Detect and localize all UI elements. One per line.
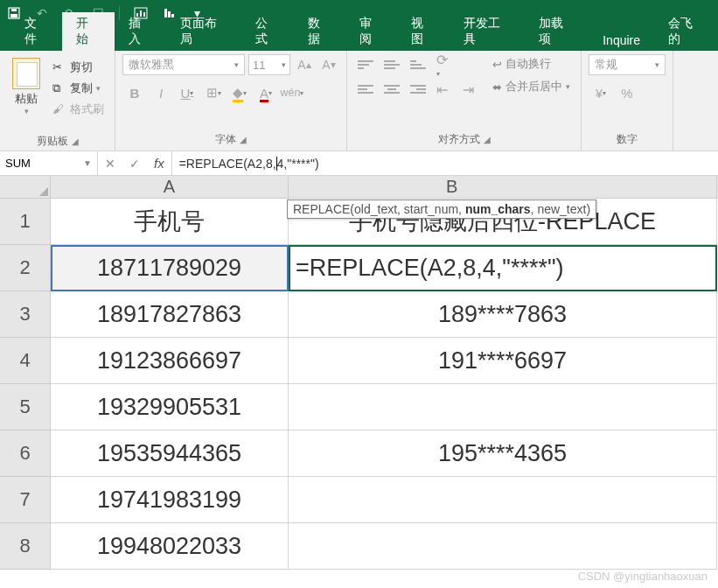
cell-b3[interactable]: 189****7863 <box>289 291 717 338</box>
function-tooltip: REPLACE(old_text, start_num, num_chars, … <box>287 200 596 219</box>
font-expand-icon[interactable]: ◢ <box>240 135 247 144</box>
italic-button[interactable]: I <box>149 80 173 105</box>
paste-dropdown-icon[interactable]: ▾ <box>24 107 29 116</box>
format-painter-label: 格式刷 <box>70 102 104 117</box>
fx-icon[interactable]: fx <box>154 156 164 171</box>
ribbon-tabs: 文件 开始 插入 页面布局 公式 数据 审阅 视图 开发工具 加载项 Inqui… <box>0 26 718 51</box>
merge-center-button[interactable]: ⬌合并后居中▾ <box>489 77 574 96</box>
align-center-button[interactable] <box>380 79 403 100</box>
brush-icon: 🖌 <box>52 102 66 116</box>
cell-a4[interactable]: 19123866697 <box>51 338 289 384</box>
ribbon-group-font: 微软雅黑▾ 11▾ A▴ A▾ B I U▾ ⊞▾ ◆▾ A▾ wén▾ 字体◢ <box>115 51 347 150</box>
formula-bar: SUM▼ ✕ ✓ fx =REPLACE(A2,8,4,"****") <box>0 151 718 176</box>
format-painter-button[interactable]: 🖌格式刷 <box>49 100 108 119</box>
font-shrink-button[interactable]: A▾ <box>318 54 339 75</box>
formula-input[interactable]: =REPLACE(A2,8,4,"****") <box>172 151 718 175</box>
tab-review[interactable]: 审阅 <box>345 12 397 51</box>
cell-a5[interactable]: 19329905531 <box>51 384 289 430</box>
wrap-icon: ↩ <box>492 58 502 71</box>
currency-button[interactable]: ¥▾ <box>589 80 613 105</box>
indent-increase-button[interactable]: ⇥ <box>459 79 482 100</box>
align-middle-button[interactable] <box>380 54 403 75</box>
cell-a1[interactable]: 手机号 <box>51 199 289 245</box>
percent-button[interactable]: % <box>615 80 639 105</box>
cell-a2[interactable]: 18711789029 <box>51 245 289 291</box>
scissors-icon: ✂ <box>52 60 66 74</box>
watermark: CSDN @yingtianhaoxuan <box>578 570 708 583</box>
row-header-8[interactable]: 8 <box>0 523 51 570</box>
tab-inquire[interactable]: Inquire <box>589 30 654 51</box>
font-name-select[interactable]: 微软雅黑▾ <box>122 54 245 75</box>
cell-b2[interactable]: =REPLACE(A2,8,4,"****") <box>289 245 717 291</box>
select-all-corner[interactable] <box>0 176 51 199</box>
number-group-label: 数字 <box>589 131 666 147</box>
copy-button[interactable]: ⧉复制▾ <box>49 79 108 98</box>
align-left-button[interactable] <box>354 79 377 100</box>
border-button[interactable]: ⊞▾ <box>201 80 226 105</box>
row-header-3[interactable]: 3 <box>0 291 51 338</box>
clipboard-group-label: 剪贴板◢ <box>7 133 108 149</box>
tab-developer[interactable]: 开发工具 <box>450 12 526 51</box>
spreadsheet-grid: A B REPLACE(old_text, start_num, num_cha… <box>0 176 718 570</box>
tab-formulas[interactable]: 公式 <box>241 12 293 51</box>
cell-b8[interactable] <box>289 523 717 570</box>
align-bottom-button[interactable] <box>407 54 429 75</box>
tab-data[interactable]: 数据 <box>294 12 345 51</box>
copy-label: 复制 <box>70 80 93 96</box>
underline-button[interactable]: U▾ <box>175 80 199 105</box>
fill-color-button[interactable]: ◆▾ <box>227 80 252 105</box>
clipboard-expand-icon[interactable]: ◢ <box>72 136 79 146</box>
tab-view[interactable]: 视图 <box>397 12 449 51</box>
cell-a7[interactable]: 19741983199 <box>51 477 289 523</box>
ribbon-group-alignment: ⟳▾ ⇤ ⇥ ↩自动换行 ⬌合并后居中▾ 对齐方式◢ <box>347 51 582 150</box>
row-header-6[interactable]: 6 <box>0 430 51 477</box>
wrap-text-button[interactable]: ↩自动换行 <box>489 54 574 74</box>
cut-button[interactable]: ✂剪切 <box>49 58 108 77</box>
row-header-5[interactable]: 5 <box>0 384 51 430</box>
tab-insert[interactable]: 插入 <box>115 12 166 51</box>
orientation-button[interactable]: ⟳▾ <box>433 54 456 75</box>
paste-button[interactable]: 粘贴 ▾ <box>7 54 45 133</box>
tab-file[interactable]: 文件 <box>10 12 62 51</box>
cell-b5[interactable] <box>289 384 717 430</box>
cell-a3[interactable]: 18917827863 <box>51 291 289 338</box>
row-header-1[interactable]: 1 <box>0 199 51 245</box>
align-right-button[interactable] <box>407 79 429 100</box>
accept-formula-icon[interactable]: ✓ <box>129 157 140 171</box>
tab-pagelayout[interactable]: 页面布局 <box>166 12 242 51</box>
font-color-button[interactable]: A▾ <box>254 80 278 105</box>
paste-label: 粘贴 <box>15 91 38 107</box>
alignment-group-label: 对齐方式◢ <box>354 131 574 147</box>
font-group-label: 字体◢ <box>122 131 339 147</box>
font-size-select[interactable]: 11▾ <box>248 54 290 75</box>
ribbon-group-number: 常规▾ ¥▾ % 数字 <box>582 51 673 150</box>
cell-a8[interactable]: 19948022033 <box>51 523 289 570</box>
phonetic-button[interactable]: wén▾ <box>280 80 304 105</box>
ribbon-group-clipboard: 粘贴 ▾ ✂剪切 ⧉复制▾ 🖌格式刷 剪贴板◢ <box>0 51 115 150</box>
paste-icon <box>12 58 40 89</box>
indent-decrease-button[interactable]: ⇤ <box>433 79 456 100</box>
tab-home[interactable]: 开始 <box>62 12 114 51</box>
cell-b6[interactable]: 195****4365 <box>289 430 717 477</box>
align-top-button[interactable] <box>354 54 377 75</box>
row-header-4[interactable]: 4 <box>0 338 51 384</box>
tab-custom[interactable]: 会飞的 <box>654 12 718 51</box>
name-box-dropdown-icon[interactable]: ▼ <box>83 158 92 168</box>
col-header-b[interactable]: B <box>289 176 717 199</box>
number-format-select[interactable]: 常规▾ <box>589 54 666 75</box>
name-box[interactable]: SUM▼ <box>0 151 98 175</box>
ribbon: 粘贴 ▾ ✂剪切 ⧉复制▾ 🖌格式刷 剪贴板◢ 微软雅黑▾ 11▾ A▴ A▾ … <box>0 51 718 151</box>
row-header-2[interactable]: 2 <box>0 245 51 291</box>
alignment-expand-icon[interactable]: ◢ <box>484 135 491 144</box>
col-header-a[interactable]: A <box>51 176 289 199</box>
cell-b4[interactable]: 191****6697 <box>289 338 717 384</box>
bold-button[interactable]: B <box>122 80 147 105</box>
merge-icon: ⬌ <box>492 80 502 94</box>
tab-addins[interactable]: 加载项 <box>525 12 589 51</box>
cell-b7[interactable] <box>289 477 717 523</box>
svg-rect-2 <box>11 9 17 11</box>
row-header-7[interactable]: 7 <box>0 477 51 523</box>
cancel-formula-icon[interactable]: ✕ <box>105 157 115 171</box>
font-grow-button[interactable]: A▴ <box>294 54 315 75</box>
cell-a6[interactable]: 19535944365 <box>51 430 289 477</box>
